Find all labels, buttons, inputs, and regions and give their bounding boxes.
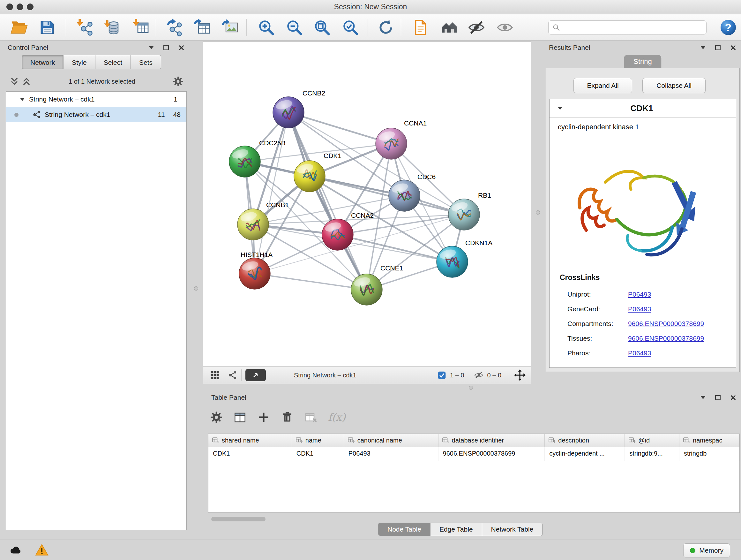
column-header--id[interactable]: @id <box>625 434 679 447</box>
expand-all-button[interactable]: Expand All <box>574 78 632 93</box>
search-input[interactable] <box>562 24 706 31</box>
horizontal-splitter-handle[interactable] <box>469 386 473 390</box>
crosslink-link[interactable]: 9606.ENSP00000378699 <box>628 334 704 342</box>
zoom-fit-button[interactable] <box>310 17 334 38</box>
crosslink-link[interactable]: P06493 <box>628 305 651 313</box>
collapse-all-button[interactable]: Collapse All <box>643 78 705 93</box>
column-header-description[interactable]: description <box>545 434 625 447</box>
edge-CCNB2-CCNA1[interactable] <box>288 112 391 144</box>
column-header-namespac[interactable]: namespac <box>679 434 739 447</box>
table-cell[interactable]: stringdb:9... <box>625 447 679 461</box>
clear-table-icon[interactable] <box>305 411 317 424</box>
memory-button[interactable]: Memory <box>683 543 730 557</box>
pan-move-icon[interactable] <box>514 369 526 381</box>
show-all-button[interactable] <box>493 17 517 38</box>
function-builder-icon[interactable]: f(x) <box>328 411 346 423</box>
open-session-button[interactable] <box>7 17 31 38</box>
column-header-database-identifier[interactable]: database identifier <box>439 434 545 447</box>
hide-selected-button[interactable] <box>464 17 488 38</box>
warning-icon[interactable] <box>35 543 49 557</box>
cloud-icon[interactable] <box>9 543 22 557</box>
delete-column-icon[interactable] <box>281 411 293 424</box>
tab-node-table[interactable]: Node Table <box>379 523 430 536</box>
save-session-button[interactable] <box>35 17 59 38</box>
panel-close-icon[interactable] <box>179 45 184 51</box>
table-cell[interactable]: cyclin-dependent ... <box>545 447 625 461</box>
column-type-icon <box>683 437 690 444</box>
panel-close-icon[interactable] <box>730 395 736 400</box>
hidden-eye-slash-icon[interactable] <box>474 370 483 380</box>
table-cell[interactable]: 9606.ENSP00000378699 <box>439 447 545 461</box>
toolbar-separator <box>367 19 368 36</box>
table-cell[interactable]: CDK1 <box>208 447 292 461</box>
table-cell[interactable]: stringdb <box>679 447 739 461</box>
import-table-icon <box>131 18 149 37</box>
table-cell[interactable]: P06493 <box>344 447 439 461</box>
new-network-button[interactable] <box>162 17 186 38</box>
tab-network-table[interactable]: Network Table <box>482 523 542 536</box>
edge-CCNB2-HIST1H1A[interactable] <box>255 112 288 273</box>
import-table-file-button[interactable] <box>128 17 152 38</box>
edge-CCNB2-CCNE1[interactable] <box>288 112 367 290</box>
tab-select[interactable]: Select <box>95 55 131 69</box>
table-cell[interactable]: CDK1 <box>292 447 344 461</box>
new-table-button[interactable] <box>190 17 214 38</box>
network-tree-root-row[interactable]: String Network – cdk1 1 <box>6 91 186 107</box>
table-row[interactable]: CDK1CDK1P064939606.ENSP00000378699cyclin… <box>208 447 739 461</box>
collapse-all-tree-icon[interactable] <box>22 77 31 86</box>
crosslink-link[interactable]: P06493 <box>628 349 651 357</box>
section-collapse-caret[interactable] <box>558 107 562 110</box>
network-list-icon[interactable] <box>228 370 238 380</box>
tab-sets[interactable]: Sets <box>131 55 161 69</box>
selected-checkbox-icon[interactable] <box>437 371 446 380</box>
network-tree-child-row[interactable]: String Network – cdk1 11 48 <box>6 107 186 122</box>
network-collection-label: String Network – cdk1 <box>29 96 94 103</box>
show-columns-icon[interactable] <box>233 411 246 424</box>
panel-float-menu-icon[interactable] <box>700 396 705 399</box>
help-button[interactable]: ? <box>716 17 740 38</box>
refresh-button[interactable] <box>374 17 398 38</box>
zoom-in-button[interactable] <box>254 17 278 38</box>
home-layout-button[interactable] <box>436 17 461 38</box>
panel-float-menu-icon[interactable] <box>700 46 705 49</box>
table-panel-title: Table Panel <box>211 394 246 401</box>
panel-float-menu-icon[interactable] <box>149 46 154 49</box>
tab-string[interactable]: String <box>624 55 661 68</box>
grid-view-icon[interactable] <box>210 370 219 380</box>
add-column-icon[interactable] <box>257 411 270 424</box>
expand-all-tree-icon[interactable] <box>10 77 19 86</box>
import-network-file-button[interactable] <box>72 17 96 38</box>
import-network-icon <box>75 18 93 37</box>
tab-style[interactable]: Style <box>64 55 95 69</box>
crosslink-link[interactable]: 9606.ENSP00000378699 <box>628 320 704 327</box>
gear-icon[interactable] <box>210 411 223 424</box>
vertical-splitter-handle[interactable] <box>536 210 540 214</box>
column-header-shared-name[interactable]: shared name <box>208 434 292 447</box>
gear-icon[interactable] <box>173 76 184 87</box>
export-image-button[interactable] <box>218 17 242 38</box>
panel-maximize-icon[interactable] <box>715 45 721 50</box>
vertical-splitter-handle[interactable] <box>194 287 198 291</box>
birds-eye-view-button[interactable] <box>246 369 266 381</box>
zoom-out-button[interactable] <box>282 17 307 38</box>
tab-edge-table[interactable]: Edge Table <box>430 523 482 536</box>
style-document-button[interactable] <box>408 17 432 38</box>
scrollbar-thumb[interactable] <box>211 517 266 521</box>
panel-close-icon[interactable] <box>730 45 736 51</box>
protein-section-header[interactable]: CDK1 <box>549 99 736 118</box>
open-folder-icon <box>10 18 28 37</box>
edge-CDK1-RB1[interactable] <box>310 176 464 214</box>
import-network-database-button[interactable] <box>99 17 124 38</box>
panel-maximize-icon[interactable] <box>163 45 169 50</box>
network-collection-count: 1 <box>174 96 178 103</box>
zoom-selected-button[interactable] <box>338 17 362 38</box>
tree-collapse-caret[interactable] <box>20 98 24 101</box>
crosslink-link[interactable]: P06493 <box>628 291 651 298</box>
tab-network[interactable]: Network <box>22 55 64 69</box>
column-header-name[interactable]: name <box>292 434 344 447</box>
panel-maximize-icon[interactable] <box>715 395 721 400</box>
edge-HIST1H1A-CCNE1[interactable] <box>255 273 367 290</box>
network-canvas[interactable]: CCNB2CCNA1CDC25BCDK1CDC6RB1CCNB1CCNA2CDK… <box>203 42 531 366</box>
column-header-canonical-name[interactable]: canonical name <box>344 434 439 447</box>
eye-icon <box>496 19 514 36</box>
